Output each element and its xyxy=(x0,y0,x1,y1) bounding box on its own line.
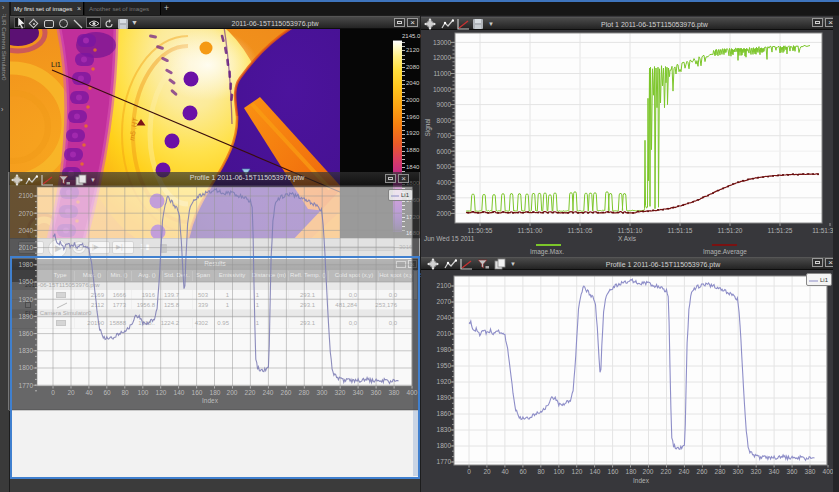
svg-text:Li1: Li1 xyxy=(51,60,61,69)
svg-text:FLIR Camera Simulator0: FLIR Camera Simulator0 xyxy=(1,14,8,81)
